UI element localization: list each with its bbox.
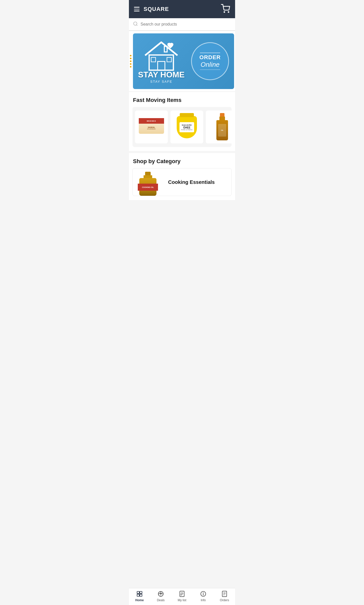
banner-dots xyxy=(129,53,132,70)
menu-button[interactable] xyxy=(134,7,140,11)
banner-dot-5 xyxy=(130,66,131,68)
circle-line-top xyxy=(200,53,220,53)
banner-dot-3 xyxy=(130,60,131,62)
svg-rect-5 xyxy=(158,61,165,70)
svg-rect-8 xyxy=(164,46,167,52)
svg-point-1 xyxy=(228,12,229,12)
cart-button[interactable] xyxy=(221,4,230,14)
search-bar xyxy=(129,18,235,31)
stay-safe-text: STAY SAFE xyxy=(138,80,185,83)
category-card-cooking[interactable]: COOKING OIL Cooking Essentials xyxy=(132,168,232,196)
svg-rect-6 xyxy=(151,57,156,62)
banner-dot-4 xyxy=(130,63,131,65)
fast-moving-scroll[interactable]: MEDIMIX SANDAL AYURVEDIC xyxy=(132,107,232,147)
fast-moving-title: Fast Moving Items xyxy=(129,92,235,107)
product-card-ghee[interactable]: SQUARE GHEE PURE & FRESH xyxy=(170,111,203,143)
stay-home-title: STAY HOME xyxy=(138,70,185,79)
category-label-cooking: Cooking Essentials xyxy=(163,179,215,185)
product-image-ghee: SQUARE GHEE PURE & FRESH xyxy=(173,113,201,141)
house-icon xyxy=(141,39,181,72)
stay-home-text: STAY HOME STAY SAFE xyxy=(138,39,185,83)
online-text: Online xyxy=(200,61,219,69)
fast-moving-section: Fast Moving Items MEDIMIX SANDAL AYURVED… xyxy=(129,92,235,151)
header-left: SQUARE xyxy=(134,6,169,12)
product-image-oil: OIL xyxy=(208,113,232,141)
svg-point-2 xyxy=(134,22,137,25)
svg-point-0 xyxy=(224,12,225,12)
banner-image: STAY HOME STAY SAFE ORDER Online xyxy=(133,33,234,89)
category-title: Shop by Category xyxy=(129,153,235,168)
banner-container: STAY HOME STAY SAFE ORDER Online xyxy=(129,31,235,92)
banner-content: STAY HOME STAY SAFE ORDER Online xyxy=(133,39,234,83)
brand-title: SQUARE xyxy=(144,6,169,12)
circle-line-bottom xyxy=(200,70,220,70)
bottom-spacer xyxy=(129,200,235,220)
product-image-medimix: MEDIMIX SANDAL AYURVEDIC xyxy=(138,113,165,141)
svg-rect-7 xyxy=(167,57,172,62)
category-section: Shop by Category COOKING OIL Cooking Ess… xyxy=(129,153,235,200)
category-image-cooking: COOKING OIL xyxy=(133,168,163,196)
search-input[interactable] xyxy=(141,22,231,27)
app-header: SQUARE xyxy=(129,0,235,18)
svg-line-3 xyxy=(136,25,138,26)
order-online-circle: ORDER Online xyxy=(191,42,229,80)
banner-dot-1 xyxy=(130,55,131,56)
banner-dot-2 xyxy=(130,58,131,59)
product-card-oil[interactable]: OIL xyxy=(206,111,232,143)
order-text: ORDER xyxy=(199,54,221,61)
product-card-medimix[interactable]: MEDIMIX SANDAL AYURVEDIC xyxy=(135,111,168,143)
search-icon xyxy=(133,21,138,27)
